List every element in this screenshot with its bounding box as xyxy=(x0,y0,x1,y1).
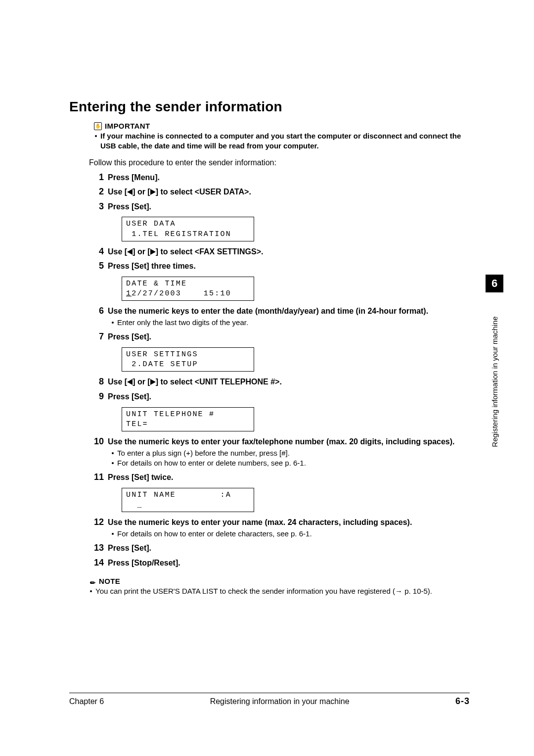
page-footer: Chapter 6 Registering information in you… xyxy=(69,693,470,707)
lcd-display: DATE & TIME 12/27/2003 15:10 xyxy=(122,277,254,301)
section-heading: Entering the sender information xyxy=(69,99,470,115)
step-number: 2 xyxy=(89,187,104,197)
arrow-icon: → xyxy=(395,587,402,595)
text: ] or [ xyxy=(133,378,150,386)
bullet-dot xyxy=(112,452,114,454)
text: ] or [ xyxy=(133,247,150,256)
pencil-icon xyxy=(88,576,97,586)
step-title: Use [] or [] to select <FAX SETTINGS>. xyxy=(108,247,264,256)
steps-list: 1 Press [Menu]. 2 Use [] or [] to select… xyxy=(89,172,470,568)
step-title: Press [Set]. xyxy=(108,202,151,211)
left-arrow-icon xyxy=(127,379,133,385)
bullet-dot xyxy=(112,462,114,464)
step-number: 12 xyxy=(89,517,104,527)
step-title: Use the numeric keys to enter the date (… xyxy=(108,307,428,315)
lcd-display: UNIT NAME :A _ xyxy=(122,488,254,513)
step-number: 9 xyxy=(89,391,104,402)
step-item: 8 Use [] or [] to select <UNIT TELEPHONE… xyxy=(89,377,470,387)
lcd-display: UNIT TELEPHONE # TEL= xyxy=(122,407,254,432)
footer-section: Registering information in your machine xyxy=(210,697,350,706)
note-label: NOTE xyxy=(99,577,120,585)
footer-page-number: 6-3 xyxy=(455,696,470,707)
text: You can print the USER'S DATA LIST to ch… xyxy=(95,587,395,595)
sub-text: For details on how to enter or delete nu… xyxy=(117,458,470,468)
lcd-line: _ xyxy=(126,501,143,509)
step-item: 13 Press [Set]. xyxy=(89,543,470,554)
text: ] to select <FAX SETTINGS>. xyxy=(156,247,264,256)
text: ] to select <USER DATA>. xyxy=(156,188,251,196)
step-title: Press [Set]. xyxy=(108,544,151,552)
text: Use [ xyxy=(108,188,127,196)
step-title: Press [Set] twice. xyxy=(108,473,174,481)
step-title: Use [] or [] to select <USER DATA>. xyxy=(108,188,251,196)
note-block: NOTE You can print the USER'S DATA LIST … xyxy=(89,577,470,596)
step-title: Press [Set] three times. xyxy=(108,262,196,270)
text: p. 10-5). xyxy=(402,587,432,595)
right-arrow-icon xyxy=(150,189,156,195)
intro-text: Follow this procedure to enter the sende… xyxy=(89,158,470,167)
lcd-display: USER SETTINGS 2.DATE SETUP xyxy=(122,347,254,372)
step-number: 4 xyxy=(89,246,104,257)
text: ] or [ xyxy=(133,188,150,196)
step-number: 3 xyxy=(89,201,104,212)
text: Use [ xyxy=(108,247,127,256)
step-number: 14 xyxy=(89,558,104,568)
lcd-line: DATE & TIME xyxy=(126,280,187,288)
left-arrow-icon xyxy=(127,249,133,255)
footer-chapter: Chapter 6 xyxy=(69,697,104,706)
lcd-display: USER DATA 1.TEL REGISTRATION xyxy=(122,217,254,241)
step-title: Use [] or [] to select <UNIT TELEPHONE #… xyxy=(108,378,282,386)
step-item: 11 Press [Set] twice. UNIT NAME :A _ xyxy=(89,472,470,512)
sub-text: To enter a plus sign (+) before the numb… xyxy=(117,448,470,458)
lcd-line: UNIT TELEPHONE # xyxy=(126,410,215,419)
sub-text: Enter only the last two digits of the ye… xyxy=(117,318,470,328)
lcd-line: 2/27/2003 15:10 xyxy=(132,289,231,298)
step-number: 6 xyxy=(89,306,104,316)
bullet-dot xyxy=(112,533,114,535)
lcd-line: UNIT NAME :A xyxy=(126,491,231,499)
lcd-line: USER DATA xyxy=(126,220,176,228)
bullet-dot xyxy=(90,590,92,592)
lcd-line: 1.TEL REGISTRATION xyxy=(126,230,231,238)
step-title: Press [Stop/Reset]. xyxy=(108,559,180,567)
step-item: 1 Press [Menu]. xyxy=(89,172,470,183)
left-arrow-icon xyxy=(127,189,133,195)
step-item: 7 Press [Set]. USER SETTINGS 2.DATE SETU… xyxy=(89,331,470,372)
right-arrow-icon xyxy=(150,379,156,385)
step-item: 6 Use the numeric keys to enter the date… xyxy=(89,306,470,328)
step-item: 5 Press [Set] three times. DATE & TIME 1… xyxy=(89,261,470,301)
right-arrow-icon xyxy=(150,249,156,255)
important-label: IMPORTANT xyxy=(105,122,150,130)
step-title: Press [Set]. xyxy=(108,332,151,341)
lcd-line: USER SETTINGS xyxy=(126,350,198,359)
step-item: 2 Use [] or [] to select <USER DATA>. xyxy=(89,187,470,197)
note-text: You can print the USER'S DATA LIST to ch… xyxy=(95,586,470,596)
lcd-line: TEL= xyxy=(126,420,148,428)
step-item: 10 Use the numeric keys to enter your fa… xyxy=(89,436,470,468)
important-text: If your machine is connected to a comput… xyxy=(100,131,470,151)
text: ] to select <UNIT TELEPHONE #>. xyxy=(156,378,282,386)
step-title: Use the numeric keys to enter your fax/t… xyxy=(108,437,455,446)
step-number: 13 xyxy=(89,543,104,553)
bullet-dot xyxy=(112,322,114,324)
step-title: Press [Menu]. xyxy=(108,173,160,182)
step-number: 8 xyxy=(89,377,104,387)
sub-text: For details on how to enter or delete ch… xyxy=(117,529,470,539)
bullet-dot xyxy=(95,135,97,137)
lcd-line: 2.DATE SETUP xyxy=(126,360,198,369)
step-number: 7 xyxy=(89,331,104,342)
chapter-tab: 6 xyxy=(486,275,503,292)
step-number: 1 xyxy=(89,172,104,183)
step-item: 9 Press [Set]. UNIT TELEPHONE # TEL= xyxy=(89,391,470,431)
step-item: 3 Press [Set]. USER DATA 1.TEL REGISTRAT… xyxy=(89,201,470,241)
important-block: ✋ IMPORTANT If your machine is connected… xyxy=(94,122,470,151)
step-number: 11 xyxy=(89,472,104,482)
text: Use [ xyxy=(108,378,127,386)
lcd-cursor: 1 xyxy=(126,289,132,298)
step-item: 4 Use [] or [] to select <FAX SETTINGS>. xyxy=(89,246,470,257)
step-item: 14 Press [Stop/Reset]. xyxy=(89,558,470,568)
step-item: 12 Use the numeric keys to enter your na… xyxy=(89,517,470,539)
side-label-text: Registering information in your machine xyxy=(490,316,499,447)
hand-icon: ✋ xyxy=(94,122,102,130)
step-title: Use the numeric keys to enter your name … xyxy=(108,518,412,526)
